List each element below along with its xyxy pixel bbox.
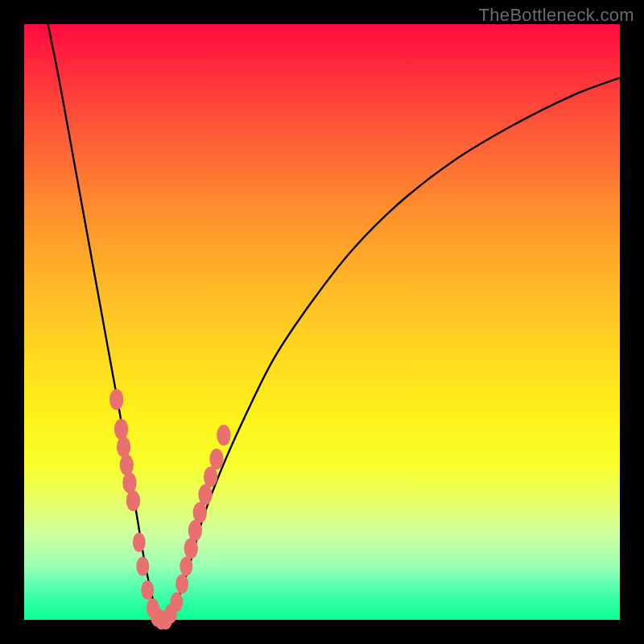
chart-svg <box>24 24 620 620</box>
curve-marker <box>193 502 207 523</box>
curve-marker <box>180 556 192 576</box>
curve-marker <box>175 575 188 594</box>
bottleneck-curve <box>48 24 620 622</box>
curve-marker <box>126 490 140 511</box>
curve-marker <box>141 580 154 600</box>
outer-frame: TheBottleneck.com <box>0 0 644 644</box>
curve-markers <box>109 389 231 630</box>
curve-marker <box>109 389 123 410</box>
curve-marker <box>117 436 130 457</box>
curve-marker <box>136 556 149 576</box>
curve-marker <box>122 473 136 493</box>
watermark-text: TheBottleneck.com <box>479 5 634 26</box>
curve-marker <box>204 466 217 487</box>
curve-marker <box>133 533 146 552</box>
curve-marker <box>184 538 198 559</box>
curve-marker <box>170 592 183 612</box>
plot-area <box>24 24 620 620</box>
curve-marker <box>217 425 230 446</box>
curve-marker <box>114 419 128 440</box>
curve-marker <box>209 448 223 469</box>
curve-marker <box>120 455 134 476</box>
curve-marker <box>188 520 202 541</box>
curve-marker <box>198 485 212 506</box>
